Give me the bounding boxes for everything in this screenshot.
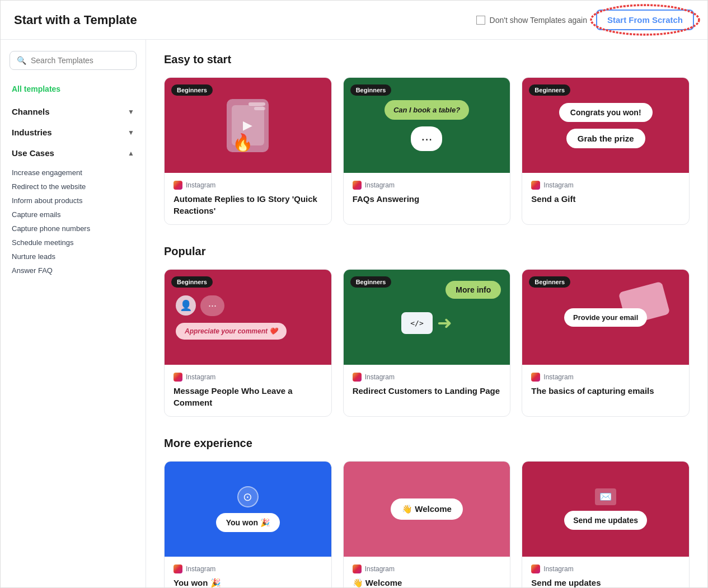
card-image-redirect: Beginners More info </> ➜ [344, 270, 510, 365]
sidebar-section-channels[interactable]: Channels ▼ [10, 101, 137, 122]
chevron-down-icon: ▼ [128, 108, 134, 116]
chevron-down-icon: ▼ [128, 129, 134, 137]
instagram-icon [353, 181, 362, 190]
header: Start with a Template Don't show Templat… [1, 1, 707, 40]
card-platform-welcome: Instagram [353, 565, 501, 573]
comment-visual: 👤 ··· Appreciate your comment ❤️ [165, 270, 331, 365]
card-platform-emails: Instagram [531, 373, 680, 382]
card-image-welcome: 👋 Welcome [344, 462, 510, 557]
section-popular-title: Popular [164, 245, 690, 258]
template-card-emails[interactable]: Beginners Provide your email Instagram [522, 269, 690, 417]
start-scratch-wrapper: Start From Scratch [596, 10, 694, 30]
page-title: Start with a Template [14, 13, 137, 27]
card-image-emails: Beginners Provide your email [522, 270, 689, 365]
card-title-youwon: You won 🎉 [174, 577, 322, 587]
card-body-gift: Instagram Send a Gift [522, 173, 689, 213]
sidebar-item-inform-products[interactable]: Inform about products [10, 194, 137, 208]
card-image-gift: Beginners Congrats you won! Grab the pri… [522, 78, 689, 173]
sidebar-item-redirect-website[interactable]: Redirect to the website [10, 180, 137, 194]
search-icon: 🔍 [17, 56, 26, 65]
instagram-icon [353, 373, 362, 382]
template-card-story[interactable]: Beginners ▶ 🔥 [164, 77, 332, 225]
card-platform-sendupdates: Instagram [531, 565, 680, 573]
search-input[interactable] [31, 56, 129, 65]
sidebar-all-templates[interactable]: All templates [10, 81, 137, 97]
card-platform-faq: Instagram [353, 181, 501, 190]
sidebar-item-capture-emails[interactable]: Capture emails [10, 208, 137, 222]
card-title-redirect: Redirect Customers to Landing Page [353, 385, 501, 397]
welcome-visual: 👋 Welcome [344, 462, 510, 557]
card-image-story: Beginners ▶ 🔥 [165, 78, 331, 173]
card-platform-gift: Instagram [531, 181, 680, 190]
template-card-faq[interactable]: Beginners Can I book a table? ··· Instag… [343, 77, 511, 225]
instagram-icon [174, 565, 182, 573]
sidebar-section-usecases[interactable]: Use Cases ▲ [10, 143, 137, 163]
card-title-gift: Send a Gift [531, 193, 680, 205]
card-platform-story: Instagram [174, 181, 322, 190]
card-image-comment: Beginners 👤 ··· Appreciate your comment … [165, 270, 331, 365]
grab-prize-label: Grab the prize [566, 129, 645, 148]
template-card-welcome[interactable]: 👋 Welcome Instagram 👋 Welcome [343, 461, 511, 587]
sidebar-item-increase-engagement[interactable]: Increase engagement [10, 166, 137, 180]
gift-visual: Congrats you won! Grab the prize [522, 78, 689, 173]
template-card-sendupdates[interactable]: ✉️ Send me updates Instagram Send me upd… [522, 461, 690, 587]
card-platform-redirect: Instagram [353, 373, 501, 382]
card-title-faq: FAQs Answering [353, 193, 501, 205]
instagram-icon [531, 181, 540, 190]
youwon-visual: ⊙ You won 🎉 [165, 462, 331, 557]
card-title-sendupdates: Send me updates [531, 577, 680, 587]
sendupdates-visual: ✉️ Send me updates [522, 462, 689, 557]
sidebar: 🔍 All templates Channels ▼ Industries ▼ … [1, 40, 146, 587]
card-body-welcome: Instagram 👋 Welcome [344, 557, 510, 587]
card-platform-youwon: Instagram [174, 565, 322, 573]
search-box[interactable]: 🔍 [10, 51, 137, 70]
instagram-icon [531, 565, 540, 573]
use-cases-items: Increase engagement Redirect to the webs… [10, 163, 137, 282]
section-easy-title: Easy to start [164, 53, 690, 66]
faq-visual: Can I book a table? ··· [344, 78, 510, 173]
sidebar-item-schedule-meetings[interactable]: Schedule meetings [10, 236, 137, 250]
popular-grid: Beginners 👤 ··· Appreciate your comment … [164, 269, 690, 417]
instagram-icon [531, 373, 540, 382]
card-body-sendupdates: Instagram Send me updates [522, 557, 689, 587]
body: 🔍 All templates Channels ▼ Industries ▼ … [1, 40, 707, 587]
card-title-story: Automate Replies to IG Story 'Quick Reac… [174, 193, 322, 217]
dont-show-checkbox[interactable] [476, 16, 485, 25]
dont-show-label[interactable]: Don't show Templates again [476, 16, 587, 25]
chevron-up-icon: ▲ [128, 149, 134, 157]
template-card-redirect[interactable]: Beginners More info </> ➜ [343, 269, 511, 417]
easy-to-start-grid: Beginners ▶ 🔥 [164, 77, 690, 225]
app-container: Start with a Template Don't show Templat… [0, 0, 708, 588]
card-body-youwon: Instagram You won 🎉 [165, 557, 331, 587]
instagram-icon [353, 565, 362, 573]
sidebar-item-capture-phones[interactable]: Capture phone numbers [10, 222, 137, 236]
instagram-icon [174, 181, 182, 190]
header-right: Don't show Templates again Start From Sc… [476, 10, 694, 30]
card-image-faq: Beginners Can I book a table? ··· [344, 78, 510, 173]
template-card-gift[interactable]: Beginners Congrats you won! Grab the pri… [522, 77, 690, 225]
main-content: Easy to start Beginners ▶ [146, 40, 707, 587]
card-image-youwon: ⊙ You won 🎉 [165, 462, 331, 557]
card-body-comment: Instagram Message People Who Leave a Com… [165, 365, 331, 416]
card-title-comment: Message People Who Leave a Comment [174, 385, 322, 408]
card-body-emails: Instagram The basics of capturing emails [522, 365, 689, 404]
section-more-title: More experience [164, 437, 690, 450]
template-card-comment[interactable]: Beginners 👤 ··· Appreciate your comment … [164, 269, 332, 417]
card-body-redirect: Instagram Redirect Customers to Landing … [344, 365, 510, 404]
sidebar-item-answer-faq[interactable]: Answer FAQ [10, 264, 137, 277]
emails-visual: Provide your email [522, 270, 689, 365]
card-platform-comment: Instagram [174, 373, 322, 382]
card-image-sendupdates: ✉️ Send me updates [522, 462, 689, 557]
template-card-youwon[interactable]: ⊙ You won 🎉 Instagram You won 🎉 [164, 461, 332, 587]
more-experience-grid: ⊙ You won 🎉 Instagram You won 🎉 [164, 461, 690, 587]
card-body-story: Instagram Automate Replies to IG Story '… [165, 173, 331, 224]
card-title-welcome: 👋 Welcome [353, 577, 501, 587]
redirect-visual: More info </> ➜ [344, 270, 510, 365]
start-scratch-button[interactable]: Start From Scratch [596, 10, 694, 30]
instagram-icon [174, 373, 182, 382]
card-body-faq: Instagram FAQs Answering [344, 173, 510, 213]
story-visual: ▶ 🔥 [165, 78, 331, 173]
card-title-emails: The basics of capturing emails [531, 385, 680, 397]
sidebar-section-industries[interactable]: Industries ▼ [10, 122, 137, 143]
sidebar-item-nurture-leads[interactable]: Nurture leads [10, 250, 137, 264]
